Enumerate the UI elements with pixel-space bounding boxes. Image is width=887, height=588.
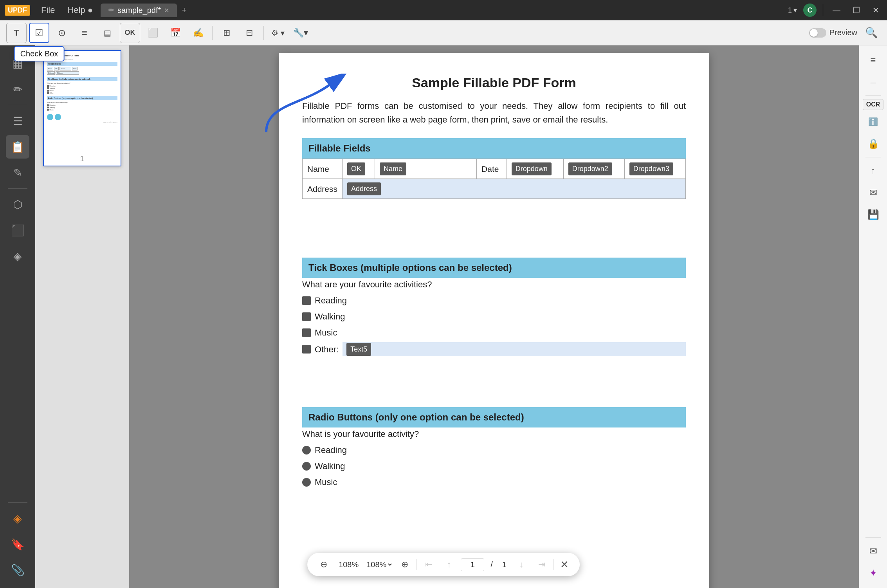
date-tool[interactable]: 📅 (165, 23, 186, 43)
settings-tool[interactable]: 🔧▾ (290, 23, 311, 43)
last-page-button[interactable]: ⇥ (533, 556, 550, 573)
maximize-button[interactable]: ❐ (850, 4, 863, 16)
dropdown2-field[interactable]: Dropdown2 (568, 162, 612, 175)
ok-button-field[interactable]: OK (347, 162, 365, 175)
tab-area: ✏ sample_pdf* ✕ + (101, 4, 785, 17)
ok-btn-cell[interactable]: OK (343, 159, 375, 179)
close-button[interactable]: ✕ (869, 4, 882, 16)
new-tab-button[interactable]: + (178, 4, 190, 17)
sidebar-item-attachments[interactable]: 📎 (6, 558, 29, 582)
checkbox-tool[interactable]: ☑ (29, 23, 49, 43)
search-icon[interactable]: 🔍 (862, 25, 881, 40)
pdf-area[interactable]: Sample Fillable PDF Form Fillable PDF fo… (129, 45, 859, 588)
checkbox-tool-wrapper: ☑ Check Box (29, 23, 49, 43)
zoom-select[interactable]: ▾ 50% 75% 108% 125% 150% 200% (365, 560, 393, 569)
help-menu[interactable]: Help ● (63, 4, 97, 17)
image-tool[interactable]: ⬜ (142, 23, 163, 43)
sidebar-item-edit[interactable]: ✎ (6, 161, 29, 184)
tab-close-button[interactable]: ✕ (164, 7, 169, 14)
right-sep-1 (865, 96, 881, 96)
preview-toggle-area[interactable]: Preview (809, 28, 857, 38)
right-sep-3 (865, 537, 881, 538)
thumbnail-page-1[interactable]: Sample Fillable PDF Form Fillable PDF fo… (43, 50, 121, 166)
right-page-nav-up[interactable]: ≡ (863, 50, 883, 70)
text-field-tool[interactable]: T (6, 23, 27, 43)
radio-buttons-section: What is your favourite activity? Reading… (302, 427, 686, 489)
dropdown1-field[interactable]: Dropdown (512, 162, 552, 175)
sidebar-item-outline[interactable]: ☰ (6, 109, 29, 133)
align-tool[interactable]: ⊞ (216, 23, 237, 43)
address-input-cell[interactable]: Address (343, 179, 686, 199)
button-tool[interactable]: OK (120, 23, 140, 43)
right-page-nav-down[interactable]: – (863, 72, 883, 92)
right-ai[interactable]: ✦ (863, 563, 883, 583)
next-page-button[interactable]: ↓ (513, 556, 530, 573)
right-save[interactable]: 💾 (863, 204, 883, 225)
prev-page-button[interactable]: ↑ (440, 556, 458, 573)
sidebar-item-layers[interactable]: ◈ (6, 507, 29, 530)
right-sidebar: ≡ – OCR ℹ️ 🔒 ↑ ✉ 💾 ✉ ✦ (859, 45, 887, 588)
right-share[interactable]: ↑ (863, 161, 883, 181)
sidebar-item-bookmarks[interactable]: 🔖 (6, 532, 29, 556)
tick-checkbox-music[interactable] (302, 328, 311, 337)
dropdown2-cell[interactable]: Dropdown2 (563, 159, 624, 179)
sidebar-item-stamp[interactable]: ◈ (6, 244, 29, 268)
sidebar-item-annotations[interactable]: ✏ (6, 78, 29, 101)
sidebar-bottom: ◈ 🔖 📎 (6, 501, 29, 582)
ocr-button[interactable]: OCR (863, 99, 884, 110)
page-indicator[interactable]: 1 ▾ (788, 6, 797, 14)
tick-reading: Reading (302, 294, 686, 307)
other-text-input[interactable]: Text5 (343, 342, 686, 356)
listbox-tool[interactable]: ≡ (74, 23, 95, 43)
nav-close-button[interactable]: ✕ (557, 557, 572, 572)
dropdown1-cell[interactable]: Dropdown (507, 159, 563, 179)
tab-sample-pdf[interactable]: ✏ sample_pdf* ✕ (101, 4, 177, 17)
file-menu[interactable]: File (36, 4, 59, 17)
combobox-tool[interactable]: ▤ (97, 23, 117, 43)
spacer-1 (302, 211, 686, 258)
tick-checkbox-walking[interactable] (302, 312, 311, 321)
user-avatar[interactable]: C (803, 4, 817, 17)
zoom-in-button[interactable]: ⊕ (396, 556, 413, 573)
zoom-in-icon: ⊕ (401, 559, 408, 570)
signature-tool[interactable]: ✍ (188, 23, 208, 43)
radio-walking: Walking (302, 460, 686, 473)
dropdown3-cell[interactable]: Dropdown3 (624, 159, 685, 179)
sidebar-item-forms[interactable]: 📋 (6, 135, 29, 159)
dropdown3-field[interactable]: Dropdown3 (629, 162, 673, 175)
radio-question: What is your favourite activity? (302, 427, 686, 440)
radio-tool[interactable]: ⊙ (52, 23, 72, 43)
right-sep-2 (865, 157, 881, 157)
minimize-button[interactable]: — (829, 4, 844, 16)
right-lock[interactable]: 🔒 (863, 133, 883, 154)
tick-checkbox-other[interactable] (302, 345, 311, 354)
properties-tool[interactable]: ⚙ ▾ (268, 23, 288, 43)
pdf-intro: Fillable PDF forms can be customised to … (302, 99, 686, 126)
first-page-button[interactable]: ⇤ (420, 556, 437, 573)
right-comments[interactable]: ✉ (863, 541, 883, 561)
text5-field-btn: Text5 (346, 343, 371, 356)
toolbar-right: Preview 🔍 (809, 25, 881, 40)
preview-toggle-switch[interactable] (809, 28, 826, 38)
radio-button-music[interactable] (302, 478, 311, 487)
thumbnail-page-number: 1 (44, 153, 121, 166)
tick-music: Music (302, 326, 686, 339)
name-label: Name (303, 159, 343, 179)
zoom-out-button[interactable]: ⊖ (315, 556, 332, 573)
tick-other-row: Other: Text5 (302, 342, 686, 356)
right-file-info[interactable]: ℹ️ (863, 112, 883, 132)
sidebar-item-compare[interactable]: ⬡ (6, 193, 29, 216)
tick-label-music: Music (315, 326, 337, 339)
preview-label: Preview (829, 28, 857, 37)
radio-reading: Reading (302, 444, 686, 456)
app-logo: UPDF (5, 5, 30, 16)
name-input-cell[interactable]: Name (375, 159, 477, 179)
radio-button-reading[interactable] (302, 446, 311, 455)
sidebar-item-redact[interactable]: ⬛ (6, 218, 29, 242)
tick-checkbox-reading[interactable] (302, 296, 311, 305)
right-mail[interactable]: ✉ (863, 182, 883, 203)
radio-button-walking[interactable] (302, 462, 311, 471)
page-number-input[interactable] (461, 558, 484, 571)
tick-label-walking: Walking (315, 310, 345, 323)
grid-tool[interactable]: ⊟ (239, 23, 260, 43)
